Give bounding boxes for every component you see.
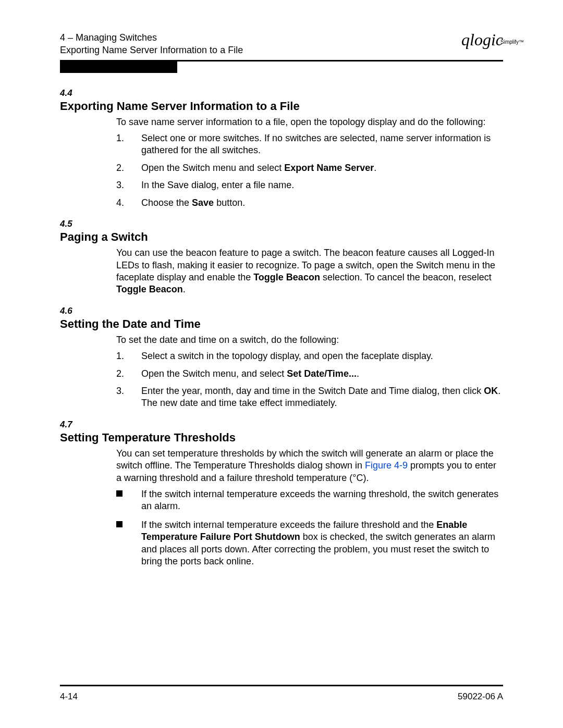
- qlogic-logo: qlogic Simplify™: [461, 31, 503, 48]
- step-number: 2.: [116, 162, 124, 174]
- footer-rule: [60, 685, 503, 686]
- page-header: 4 – Managing Switches Exporting Name Ser…: [60, 31, 503, 57]
- intro-paragraph: To set the date and time on a switch, do…: [116, 334, 503, 346]
- step-list: 1. Select one or more switches. If no sw…: [116, 132, 503, 209]
- step-item: 1. Select a switch in the topology displ…: [116, 350, 503, 362]
- section-4-5: 4.5 Paging a Switch You can use the beac…: [60, 218, 503, 296]
- logo-text: qlogic: [461, 30, 503, 49]
- bullet-text: If the switch internal temperature excee…: [141, 520, 495, 566]
- step-text: In the Save dialog, enter a file name.: [141, 180, 294, 190]
- footer-row: 4-14 59022-06 A: [60, 692, 503, 702]
- section-title: Exporting Name Server Information to a F…: [60, 100, 503, 113]
- section-number: 4.7: [60, 419, 503, 430]
- step-item: 3. In the Save dialog, enter a file name…: [116, 179, 503, 191]
- paragraph: You can set temperature thresholds by wh…: [116, 448, 503, 484]
- paragraph: You can use the beacon feature to page a…: [116, 247, 503, 296]
- page-number: 4-14: [60, 692, 78, 702]
- step-number: 4.: [116, 197, 124, 209]
- section-number: 4.6: [60, 305, 503, 317]
- figure-link[interactable]: Figure 4-9: [365, 460, 408, 471]
- step-item: 3. Enter the year, month, day and time i…: [116, 385, 503, 410]
- step-text: Select a switch in the topology display,…: [141, 351, 433, 361]
- step-text: Choose the Save button.: [141, 198, 245, 208]
- step-number: 1.: [116, 350, 124, 362]
- page-footer: 4-14 59022-06 A: [60, 685, 503, 702]
- bullet-list: If the switch internal temperature excee…: [116, 488, 503, 567]
- redacted-bar: [60, 61, 177, 73]
- step-item: 4. Choose the Save button.: [116, 197, 503, 209]
- intro-paragraph: To save name server information to a fil…: [116, 116, 503, 128]
- section-body: You can use the beacon feature to page a…: [116, 247, 503, 296]
- section-title: Setting the Date and Time: [60, 317, 503, 331]
- step-number: 3.: [116, 179, 124, 191]
- chapter-line: 4 – Managing Switches: [60, 31, 243, 44]
- step-number: 2.: [116, 368, 124, 380]
- doc-number: 59022-06 A: [458, 692, 503, 702]
- square-bullet-icon: [116, 521, 123, 527]
- step-number: 3.: [116, 385, 124, 397]
- step-number: 1.: [116, 132, 124, 144]
- step-text: Enter the year, month, day and time in t…: [141, 386, 500, 408]
- section-body: To set the date and time on a switch, do…: [116, 334, 503, 410]
- step-list: 1. Select a switch in the topology displ…: [116, 350, 503, 410]
- step-item: 2. Open the Switch menu and select Expor…: [116, 162, 503, 174]
- section-body: To save name server information to a fil…: [116, 116, 503, 209]
- section-number: 4.4: [60, 88, 503, 99]
- header-text-block: 4 – Managing Switches Exporting Name Ser…: [60, 31, 243, 57]
- header-subtitle: Exporting Name Server Information to a F…: [60, 44, 243, 56]
- bullet-item: If the switch internal temperature excee…: [116, 488, 503, 513]
- step-item: 1. Select one or more switches. If no sw…: [116, 132, 503, 157]
- bullet-item: If the switch internal temperature excee…: [116, 519, 503, 568]
- section-number: 4.5: [60, 218, 503, 230]
- section-title: Setting Temperature Thresholds: [60, 431, 503, 445]
- step-text: Open the Switch menu, and select Set Dat…: [141, 368, 359, 379]
- step-text: Open the Switch menu and select Export N…: [141, 163, 376, 173]
- step-item: 2. Open the Switch menu, and select Set …: [116, 368, 503, 380]
- section-4-4: 4.4 Exporting Name Server Information to…: [60, 88, 503, 209]
- section-title: Paging a Switch: [60, 230, 503, 244]
- square-bullet-icon: [116, 490, 123, 497]
- bullet-text: If the switch internal temperature excee…: [141, 489, 498, 511]
- section-4-7: 4.7 Setting Temperature Thresholds You c…: [60, 419, 503, 568]
- logo-tagline: Simplify™: [500, 40, 524, 45]
- step-text: Select one or more switches. If no switc…: [141, 133, 491, 155]
- section-4-6: 4.6 Setting the Date and Time To set the…: [60, 305, 503, 410]
- section-body: You can set temperature thresholds by wh…: [116, 448, 503, 568]
